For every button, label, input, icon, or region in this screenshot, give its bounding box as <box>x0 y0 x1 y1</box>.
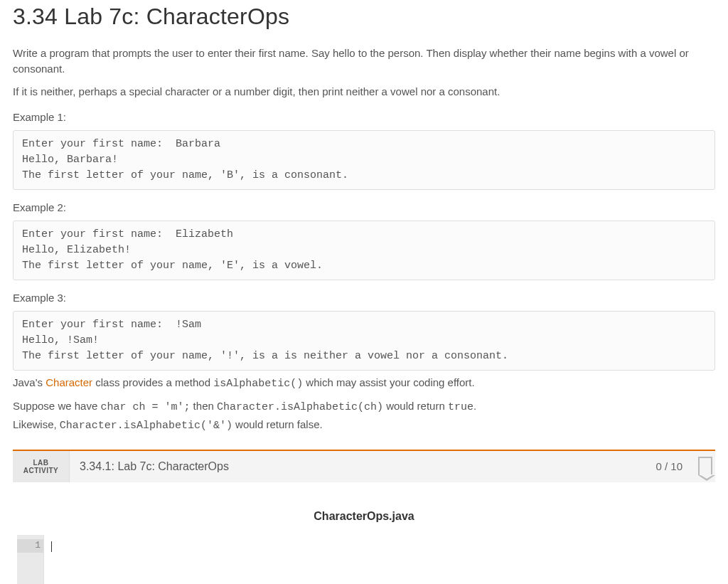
suppose-line-1: Suppose we have char ch = 'm'; then Char… <box>13 398 715 415</box>
text-cursor <box>51 541 52 552</box>
hint-paragraph: Java's Character class provides a method… <box>13 375 715 392</box>
lab-activity-bar: LAB ACTIVITY 3.34.1: Lab 7c: CharacterOp… <box>13 450 715 482</box>
file-tab[interactable]: CharacterOps.java <box>13 502 715 534</box>
hint-code-1: isAlphabetic() <box>213 378 303 390</box>
hint-text-3: which may assist your coding effort. <box>303 376 475 388</box>
s1c2: Character.isAlphabetic(ch) <box>217 401 383 413</box>
lab-badge-bottom: ACTIVITY <box>23 467 59 474</box>
intro-p2: If it is neither, perhaps a special char… <box>13 84 715 100</box>
s2b: would return false. <box>232 418 323 430</box>
suppose-line-2: Likewise, Character.isAlphabetic('&') wo… <box>13 417 715 434</box>
character-link[interactable]: Character <box>46 376 92 388</box>
example-2-label: Example 2: <box>13 200 715 216</box>
example-3-label: Example 3: <box>13 290 715 306</box>
lab-badge: LAB ACTIVITY <box>13 451 70 482</box>
lab-activity-title: 3.34.1: Lab 7c: CharacterOps <box>70 451 648 482</box>
line-number-1: 1 <box>17 539 43 553</box>
s1b: then <box>190 400 217 412</box>
s1c3: true <box>448 401 473 413</box>
s1a: Suppose we have <box>13 400 100 412</box>
intro-p1: Write a program that prompts the user to… <box>13 46 715 77</box>
page-title: 3.34 Lab 7c: CharacterOps <box>13 0 715 33</box>
example-1-code: Enter your first name: Barbara Hello, Ba… <box>13 130 715 189</box>
line-gutter: 1 <box>17 535 44 584</box>
s2c4: Character.isAlphabetic('&') <box>60 420 232 432</box>
bookmark-icon[interactable] <box>698 457 712 475</box>
editor-area: CharacterOps.java 1 <box>13 482 715 584</box>
s1c1: char ch = 'm'; <box>100 401 190 413</box>
code-editor[interactable]: 1 <box>17 534 711 584</box>
example-2-code: Enter your first name: Elizabeth Hello, … <box>13 221 715 280</box>
hint-text-1: Java's <box>13 376 46 388</box>
s1c: would return <box>383 400 448 412</box>
lab-score: 0 / 10 <box>648 451 690 482</box>
hint-text-2: class provides a method <box>92 376 213 388</box>
s1d: . <box>473 400 476 412</box>
s2a: Likewise, <box>13 418 60 430</box>
code-body[interactable] <box>44 535 711 584</box>
example-1-label: Example 1: <box>13 110 715 125</box>
lab-badge-top: LAB <box>33 459 48 467</box>
example-3-code: Enter your first name: !Sam Hello, !Sam!… <box>13 311 715 370</box>
